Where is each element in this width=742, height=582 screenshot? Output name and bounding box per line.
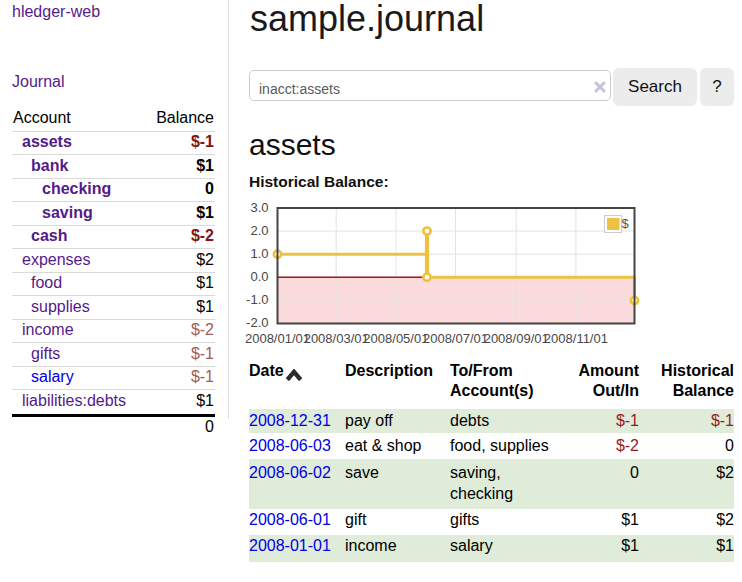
svg-text:3.0: 3.0 bbox=[250, 200, 268, 215]
svg-text:$: $ bbox=[622, 216, 630, 231]
svg-text:0.0: 0.0 bbox=[250, 269, 268, 284]
svg-text:1.0: 1.0 bbox=[250, 246, 268, 261]
svg-text:2008/09/01: 2008/09/01 bbox=[484, 331, 549, 346]
svg-text:2008/01/01: 2008/01/01 bbox=[245, 331, 310, 346]
svg-text:2008/03/01: 2008/03/01 bbox=[304, 331, 369, 346]
svg-text:2.0: 2.0 bbox=[250, 223, 268, 238]
svg-text:2008/05/01: 2008/05/01 bbox=[363, 331, 428, 346]
svg-text:-2.0: -2.0 bbox=[246, 315, 268, 330]
svg-text:2008/11/01: 2008/11/01 bbox=[544, 331, 608, 346]
svg-text:-1.0: -1.0 bbox=[246, 292, 268, 307]
svg-text:2008/07/01: 2008/07/01 bbox=[423, 331, 488, 346]
